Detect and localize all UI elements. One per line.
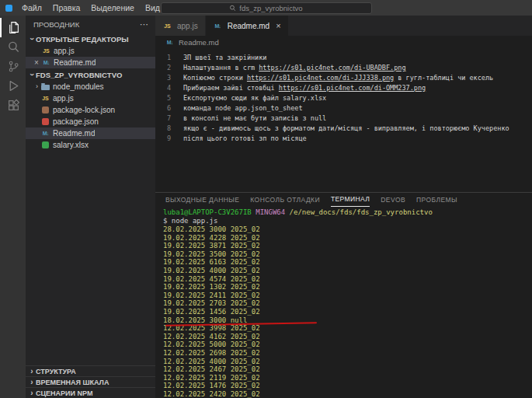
- text-segment: Копіюємо строки: [183, 74, 247, 82]
- url-link[interactable]: https://s01.pic4net.com/di-OMM237.png: [279, 84, 426, 92]
- line-number: 4: [155, 83, 179, 93]
- terminal-output: 28.02.2025 3000 2025_0219.02.2025 4228 2…: [163, 225, 532, 398]
- terminal-row: 19.02.2025 4574 2025_02: [163, 275, 532, 284]
- file-salary.xlsx[interactable]: salary.xlsx: [26, 139, 155, 151]
- sidebar-empty-space: [26, 151, 155, 365]
- chevron-down-icon: ›: [28, 35, 36, 43]
- terminal-row: 19.02.2025 6163 2025_02: [163, 258, 532, 267]
- editor-group: app.js Readme.md × Readme.md 1ЗП швеї та…: [155, 16, 532, 398]
- terminal-row: 12.02.2025 5000 2025_02: [163, 340, 532, 349]
- file-name: app.js: [53, 94, 74, 103]
- npm-lock-file-icon: [40, 106, 50, 115]
- close-icon[interactable]: ×: [32, 58, 41, 67]
- panel-tab-1[interactable]: КОНСОЛЬ ОТЛАДКИ: [250, 194, 320, 207]
- open-editor-Readme.md[interactable]: ×Readme.md: [26, 57, 155, 68]
- activity-run-debug[interactable]: [0, 76, 26, 96]
- line-text: команда node app.json_to_sheet: [183, 103, 303, 113]
- menu-item-0[interactable]: Файл: [16, 0, 47, 16]
- bottom-panel: ВЫХОДНЫЕ ДАННЫЕКОНСОЛЬ ОТЛАДКИТЕРМИНАЛDE…: [155, 192, 532, 398]
- chevron-down-icon: ›: [28, 71, 36, 79]
- section-label: СЦЕНАРИИ NPM: [36, 389, 93, 397]
- line-number: 9: [155, 134, 179, 144]
- terminal-row: 19.02.2025 1302 2025_02: [163, 283, 532, 292]
- tab-app-js[interactable]: app.js: [155, 16, 206, 36]
- close-icon[interactable]: ×: [276, 22, 280, 30]
- text-segment: Експортуємо сюди як файл salary.xlsx: [183, 94, 326, 102]
- code-line: 8якщо є - дивимось щось з форматом дати/…: [155, 124, 532, 134]
- sidebar-section-2[interactable]: ›СЦЕНАРИИ NPM: [26, 387, 155, 398]
- file-Readme.md[interactable]: Readme.md: [26, 127, 155, 139]
- open-editor-app.js[interactable]: app.js: [26, 45, 155, 57]
- terminal-row: 12.02.2025 2119 2025_02: [163, 374, 532, 382]
- extensions-icon: [7, 99, 20, 112]
- url-link[interactable]: https://s01.pic4net.com/di-UBADBF.png: [259, 64, 405, 72]
- line-text: якщо є - дивимось щось з форматом дати/м…: [183, 124, 509, 134]
- panel-tab-3[interactable]: DEVOB: [381, 194, 405, 207]
- terminal-row: 12.02.2025 4162 2025_02: [163, 333, 532, 341]
- text-segment: в консолі не має бути записів з null: [183, 114, 326, 122]
- project-root-label: FDS_ZP_VYROBNICTVO: [36, 71, 122, 79]
- file-name: app.js: [54, 47, 75, 55]
- sidebar-section-0[interactable]: ›СТРУКТУРА: [26, 365, 155, 376]
- prompt-user: luba1@LAPTOP-C3V267IB: [163, 208, 252, 216]
- file-node_modules[interactable]: ›node_modules: [26, 81, 155, 93]
- panel-tab-4[interactable]: ПРОБЛЕМЫ: [416, 194, 457, 207]
- open-editors-label: ОТКРЫТЫЕ РЕДАКТОРЫ: [36, 35, 129, 44]
- activity-extensions[interactable]: [0, 96, 26, 115]
- file-package-lock.json[interactable]: package-lock.json: [26, 104, 155, 116]
- terminal-row: 12.02.2025 2467 2025_02: [163, 365, 532, 374]
- project-root-header[interactable]: › FDS_ZP_VYROBNICTVO: [26, 68, 155, 81]
- tab-label: Readme.md: [228, 22, 269, 30]
- file-name: node_modules: [53, 82, 104, 91]
- terminal-prompt: luba1@LAPTOP-C3V267IB MINGW64 /e/new_doc…: [163, 208, 532, 217]
- line-number: 8: [155, 124, 179, 134]
- source-control-icon: [7, 60, 20, 73]
- terminal-row: 12.02.2025 2698 2025_02: [163, 349, 532, 358]
- code-line: 6команда node app.json_to_sheet: [155, 103, 532, 113]
- file-app.js[interactable]: app.js: [26, 93, 155, 104]
- url-link[interactable]: https://s01.pic4net.com/di-JJJ338.png: [247, 74, 394, 82]
- line-text: Експортуємо сюди як файл salary.xlsx: [183, 93, 326, 103]
- line-number: 2: [155, 63, 179, 73]
- text-segment: ЗП швеї та закрійники: [183, 54, 266, 61]
- activity-explorer[interactable]: [0, 18, 26, 37]
- activity-search[interactable]: [0, 37, 26, 57]
- activity-source-control[interactable]: [0, 57, 26, 76]
- command-center-search[interactable]: fds_zp_vyrobnictvo: [161, 2, 372, 14]
- open-editors-header[interactable]: › ОТКРЫТЫЕ РЕДАКТОРЫ: [26, 33, 155, 45]
- editor-content[interactable]: 1ЗП швеї та закрійники2Налаштування в cr…: [155, 48, 532, 192]
- line-number: 7: [155, 113, 179, 124]
- menu-item-2[interactable]: Выделение: [85, 0, 140, 16]
- chevron-right-icon: ›: [28, 368, 36, 375]
- line-text: Прибираем зайві стовбці https://s01.pic4…: [183, 83, 426, 93]
- terminal-row: 19.02.2025 1456 2025_02: [163, 308, 532, 316]
- file-package.json[interactable]: package.json: [26, 116, 155, 127]
- panel-tab-bar: ВЫХОДНЫЕ ДАННЫЕКОНСОЛЬ ОТЛАДКИТЕРМИНАЛDE…: [155, 193, 532, 207]
- md-file-icon: [41, 58, 51, 68]
- js-file-icon: [41, 47, 51, 56]
- text-segment: Прибираем зайві стовбці: [183, 84, 279, 92]
- open-editors-list: app.js×Readme.md: [26, 45, 155, 68]
- terminal[interactable]: luba1@LAPTOP-C3V267IB MINGW64 /e/new_doc…: [155, 207, 532, 398]
- terminal-row: 12.02.2025 4000 2025_02: [163, 358, 532, 366]
- tab-label: app.js: [177, 22, 198, 30]
- terminal-row: 19.02.2025 2703 2025_02: [163, 299, 532, 308]
- terminal-row-null: 18.02.2025 3000 null: [163, 316, 532, 325]
- chevron-right-icon: ›: [33, 83, 40, 90]
- menu-item-1[interactable]: Правка: [47, 0, 85, 16]
- folder-file-icon: [40, 82, 50, 92]
- line-text: ЗП швеї та закрійники: [183, 53, 266, 63]
- tab-readme-md[interactable]: Readme.md ×: [206, 16, 289, 36]
- sidebar-section-1[interactable]: ›ВРЕМЕННАЯ ШКАЛА: [26, 376, 155, 387]
- panel-tab-2[interactable]: ТЕРМИНАЛ: [331, 193, 370, 207]
- workbench: ПРОВОДНИК ⋯ › ОТКРЫТЫЕ РЕДАКТОРЫ app.js×…: [0, 16, 532, 398]
- more-actions-icon[interactable]: ⋯: [140, 19, 149, 30]
- js-file-icon: [40, 94, 50, 103]
- code-line: 3Копіюємо строки https://s01.pic4net.com…: [155, 73, 532, 83]
- titlebar: ФайлПравкаВыделениеВидПереход fds_zp_vyr…: [0, 0, 532, 16]
- terminal-row: 19.02.2025 4000 2025_02: [163, 267, 532, 275]
- text-segment: команда node app.json_to_sheet: [183, 104, 303, 112]
- panel-tab-0[interactable]: ВЫХОДНЫЕ ДАННЫЕ: [165, 194, 239, 207]
- breadcrumb[interactable]: Readme.md: [155, 36, 532, 48]
- text-segment: в гугл-таблиці чи ексель: [394, 74, 493, 82]
